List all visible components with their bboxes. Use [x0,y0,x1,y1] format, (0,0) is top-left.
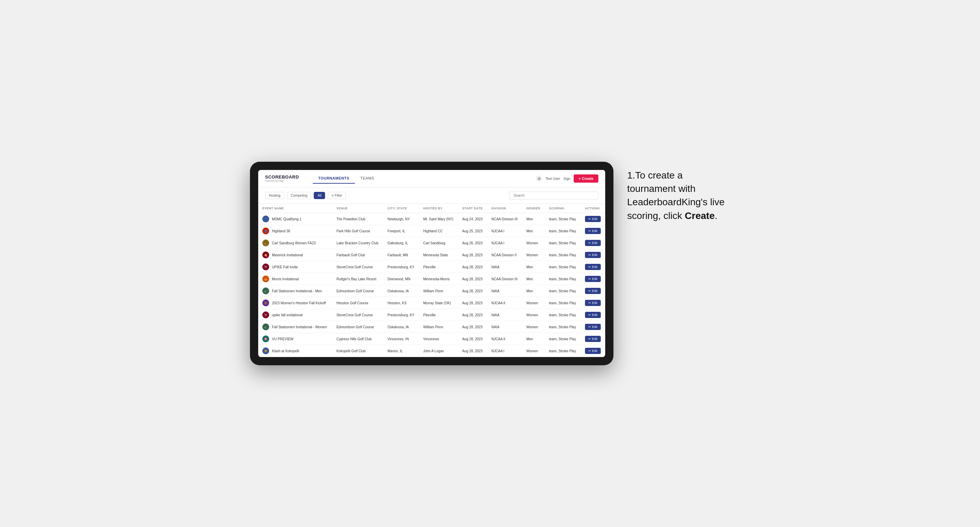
team-icon: 🦁 [262,348,269,354]
tab-teams[interactable]: TEAMS [355,173,380,184]
scoring-cell: team, Stroke Play [545,249,581,261]
event-name: upike fall invitational [272,313,303,317]
table-row: 🦅 Carl Sandburg Women FA23 Lake Bracken … [258,237,605,249]
actions-cell: ✏ Edit [581,261,605,273]
table-row: 🦁 Klash at Kokopelli Kokopelli Golf Club… [258,345,605,357]
logo-area: SCOREBOARD Powered by Clipp [265,175,299,182]
hosted-by-cell: Carl Sandburg [419,237,458,249]
hosting-filter-btn[interactable]: Hosting [265,192,284,199]
event-name-cell: 🦅 Fall Statesmen Invitational - Men [258,285,332,297]
scoring-cell: team, Stroke Play [545,273,581,285]
venue-cell: Edmundson Golf Course [332,285,383,297]
venue-cell: The Powelton Club [332,213,383,225]
hosted-by-cell: Mt. Saint Mary (NY) [419,213,458,225]
table-row: 👤 Highland 36 Park Hills Golf Course Fre… [258,225,605,237]
city-state-cell: Deerwood, MN [383,273,419,285]
start-date-cell: Aug 28, 2023 [458,261,487,273]
division-cell: NAIA [487,321,522,333]
col-division: DIVISION [487,204,522,213]
col-hosted-by: HOSTED BY [419,204,458,213]
create-button[interactable]: + Create [574,175,598,183]
logo-sub: Powered by Clipp [265,179,299,182]
hosted-by-cell: Highland CC [419,225,458,237]
event-name-cell: 🎯 VU PREVIEW [258,333,332,345]
edit-button[interactable]: ✏ Edit [585,348,601,354]
venue-cell: Edmundson Golf Course [332,321,383,333]
actions-cell: ✏ Edit [581,225,605,237]
table-row: 🐴 Maverick Invitational Faribault Golf C… [258,249,605,261]
event-name-cell: 🦅 Carl Sandburg Women FA23 [258,237,332,249]
team-icon: 🐾 [262,216,269,222]
event-name: Morris Invitational [272,277,299,281]
edit-button[interactable]: ✏ Edit [585,324,601,330]
hosted-by-cell: William Penn [419,321,458,333]
event-name: 2023 Women's Hesston Fall Kickoff [272,301,326,305]
team-icon: 🦅 [262,240,269,246]
filter-options-btn[interactable]: ≡ Filter [328,192,346,199]
actions-cell: ✏ Edit [581,237,605,249]
event-name-cell: ⚔️ UPIKE Fall Invite [258,261,332,273]
gear-icon[interactable]: ⚙ [536,175,542,182]
event-name: Fall Statesmen Invitational - Men [272,289,322,293]
event-name-cell: 🐾 MSMC Qualifying 1 [258,213,332,225]
annotation-step: 1. [627,170,635,181]
team-icon: 🦅 [262,324,269,330]
event-name: Carl Sandburg Women FA23 [272,241,316,245]
division-cell: NAIA [487,309,522,321]
tournaments-table: EVENT NAME VENUE CITY, STATE HOSTED BY S… [258,204,605,357]
edit-button[interactable]: ✏ Edit [585,300,601,306]
tab-tournaments[interactable]: TOURNAMENTS [313,173,355,184]
event-name-cell: 🦅 Fall Statesmen Invitational - Women [258,321,332,333]
division-cell: NAIA [487,261,522,273]
edit-button[interactable]: ✏ Edit [585,240,601,246]
tablet-screen: SCOREBOARD Powered by Clipp TOURNAMENTS … [258,170,605,357]
competing-filter-btn[interactable]: Competing [287,192,311,199]
table-row: 🦅 Fall Statesmen Invitational - Women Ed… [258,321,605,333]
table-row: ⚔️ UPIKE Fall Invite StoneCrest Golf Cou… [258,261,605,273]
team-icon: 🐻 [262,300,269,306]
edit-button[interactable]: ✏ Edit [585,252,601,258]
edit-button[interactable]: ✏ Edit [585,312,601,318]
scoring-cell: team, Stroke Play [545,333,581,345]
table-row: 🐻 2023 Women's Hesston Fall Kickoff Hess… [258,297,605,309]
scoring-cell: team, Stroke Play [545,309,581,321]
scoring-cell: team, Stroke Play [545,225,581,237]
edit-button[interactable]: ✏ Edit [585,336,601,342]
venue-cell: Kokopelli Golf Club [332,345,383,357]
sign-in-text: Sign [563,177,570,181]
division-cell: NCAA Division II [487,249,522,261]
edit-button[interactable]: ✏ Edit [585,228,601,234]
hosted-by-cell: William Penn [419,285,458,297]
edit-button[interactable]: ✏ Edit [585,276,601,282]
start-date-cell: Aug 24, 2023 [458,213,487,225]
search-input[interactable] [509,192,598,199]
start-date-cell: Aug 25, 2023 [458,225,487,237]
event-name-cell: 🦁 Klash at Kokopelli [258,345,332,357]
col-event-name: EVENT NAME [258,204,332,213]
division-cell: NJCAA II [487,297,522,309]
table-row: 🐾 MSMC Qualifying 1 The Powelton Club Ne… [258,213,605,225]
venue-cell: Ruttger's Bay Lake Resort [332,273,383,285]
all-filter-btn[interactable]: All [314,192,325,199]
edit-button[interactable]: ✏ Edit [585,288,601,294]
start-date-cell: Aug 28, 2023 [458,309,487,321]
venue-cell: StoneCrest Golf Course [332,309,383,321]
team-icon: ⚔️ [262,264,269,270]
venue-cell: Park Hills Golf Course [332,225,383,237]
city-state-cell: Oskaloosa, IA [383,285,419,297]
event-name: Maverick Invitational [272,253,303,257]
edit-button[interactable]: ✏ Edit [585,216,601,222]
venue-cell: Cypress Hills Golf Club [332,333,383,345]
col-venue: VENUE [332,204,383,213]
team-icon: 🦊 [262,276,269,283]
scoring-cell: team, Stroke Play [545,345,581,357]
team-icon: 🎯 [262,335,269,342]
start-date-cell: Aug 28, 2023 [458,345,487,357]
hosted-by-cell: John A Logan [419,345,458,357]
table-row: 🦊 Morris Invitational Ruttger's Bay Lake… [258,273,605,285]
event-name: Klash at Kokopelli [272,349,299,353]
col-city-state: CITY, STATE [383,204,419,213]
hosted-by-cell: Minnesota-Morris [419,273,458,285]
start-date-cell: Aug 28, 2023 [458,273,487,285]
edit-button[interactable]: ✏ Edit [585,264,601,270]
